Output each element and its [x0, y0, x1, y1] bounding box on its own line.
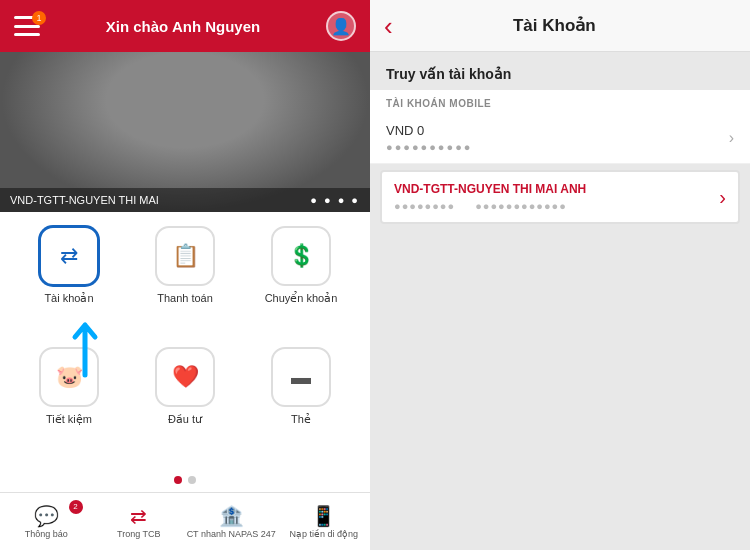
thong-bao-icon: 💬	[34, 504, 59, 528]
ct-nhanh-icon: 🏦	[219, 504, 244, 528]
the-label: Thẻ	[291, 413, 311, 426]
menu-item-thanh-toan[interactable]: 📋 Thanh toán	[132, 226, 238, 337]
thong-bao-badge: 2	[69, 500, 83, 514]
menu-item-dau-tu[interactable]: ❤️ Đầu tư	[132, 347, 238, 458]
chuyen-khoan-icon-wrap[interactable]: 💲	[271, 226, 331, 286]
menu-badge: 1	[32, 11, 46, 25]
tai-khoan-label: Tài khoản	[44, 292, 93, 305]
left-panel: 1 Xin chào Anh Nguyen 👤 VND-TGTT-NGUYEN …	[0, 0, 370, 550]
main-account-info: VND-TGTT-NGUYEN THI MAI ANH ●●●●●●●● ●●●…	[394, 182, 586, 212]
dot-2	[188, 476, 196, 484]
trong-tcb-icon: ⇄	[130, 504, 147, 528]
dau-tu-icon: ❤️	[172, 364, 199, 390]
thanh-toan-icon-wrap[interactable]: 📋	[155, 226, 215, 286]
main-account-details: ●●●●●●●● ●●●●●●●●●●●●	[394, 200, 586, 212]
nap-tien-label: Nạp tiền di động	[289, 530, 358, 540]
section-title: Truy vấn tài khoản	[370, 52, 750, 90]
ct-nhanh-label: CT nhanh NAPAS 247	[187, 530, 276, 540]
bottom-nav: 2 💬 Thông báo ⇄ Trong TCB 🏦 CT nhanh NAP…	[0, 492, 370, 550]
nav-ct-nhanh[interactable]: 🏦 CT nhanh NAPAS 247	[185, 500, 278, 544]
tai-khoan-icon-wrap[interactable]: ⇄	[39, 226, 99, 286]
main-account-name: VND-TGTT-NGUYEN THI MAI ANH	[394, 182, 586, 196]
thanh-toan-icon: 📋	[172, 243, 199, 269]
right-panel: ‹ Tài Khoản Truy vấn tài khoản TÀI KHOÁN…	[370, 0, 750, 550]
thanh-toan-label: Thanh toán	[157, 292, 213, 304]
nav-thong-bao[interactable]: 2 💬 Thông báo	[0, 500, 93, 544]
chuyen-khoan-icon: 💲	[288, 243, 315, 269]
right-content: Truy vấn tài khoản TÀI KHOÁN MOBILE VND …	[370, 52, 750, 550]
nav-trong-tcb[interactable]: ⇄ Trong TCB	[93, 500, 186, 544]
dot-1	[174, 476, 182, 484]
nav-nap-tien[interactable]: 📱 Nạp tiền di động	[278, 500, 371, 544]
dau-tu-icon-wrap[interactable]: ❤️	[155, 347, 215, 407]
main-account-num1: ●●●●●●●●	[394, 200, 455, 212]
main-account-num2: ●●●●●●●●●●●●	[475, 200, 567, 212]
mobile-account-info: VND 0 ●●●●●●●●●●	[386, 123, 472, 153]
menu-button[interactable]: 1	[14, 16, 40, 36]
chuyen-khoan-label: Chuyển khoản	[265, 292, 338, 305]
carousel-dots	[0, 472, 370, 492]
the-icon: ▬	[291, 366, 311, 389]
mobile-account-balance: VND 0	[386, 123, 472, 138]
arrow-indicator	[55, 305, 115, 389]
mobile-section-label: TÀI KHOÁN MOBILE	[370, 90, 750, 113]
mobile-account-section: TÀI KHOÁN MOBILE VND 0 ●●●●●●●●●● ›	[370, 90, 750, 164]
avatar[interactable]: 👤	[326, 11, 356, 41]
mobile-account-row[interactable]: VND 0 ●●●●●●●●●● ›	[370, 113, 750, 164]
app-header: 1 Xin chào Anh Nguyen 👤	[0, 0, 370, 52]
banner-overlay: VND-TGTT-NGUYEN THI MAI ● ● ● ●	[0, 188, 370, 212]
mobile-account-number: ●●●●●●●●●●	[386, 141, 472, 153]
banner-account-name: VND-TGTT-NGUYEN THI MAI	[10, 194, 159, 206]
thong-bao-label: Thông báo	[25, 530, 68, 540]
dau-tu-label: Đầu tư	[168, 413, 202, 426]
header-greeting: Xin chào Anh Nguyen	[106, 18, 260, 35]
back-button[interactable]: ‹	[384, 13, 393, 39]
right-title: Tài Khoản	[409, 15, 700, 36]
the-icon-wrap[interactable]: ▬	[271, 347, 331, 407]
tiet-kiem-label: Tiết kiệm	[46, 413, 92, 426]
tai-khoan-icon: ⇄	[60, 243, 78, 269]
main-account-chevron: ›	[719, 186, 726, 209]
account-banner: VND-TGTT-NGUYEN THI MAI ● ● ● ●	[0, 52, 370, 212]
mobile-account-chevron: ›	[729, 129, 734, 147]
menu-item-the[interactable]: ▬ Thẻ	[248, 347, 354, 458]
main-account-row[interactable]: VND-TGTT-NGUYEN THI MAI ANH ●●●●●●●● ●●●…	[380, 170, 740, 224]
menu-item-chuyen-khoan[interactable]: 💲 Chuyển khoản	[248, 226, 354, 337]
right-header: ‹ Tài Khoản	[370, 0, 750, 52]
banner-balance: ● ● ● ●	[310, 194, 360, 206]
trong-tcb-label: Trong TCB	[117, 530, 161, 540]
nap-tien-icon: 📱	[311, 504, 336, 528]
